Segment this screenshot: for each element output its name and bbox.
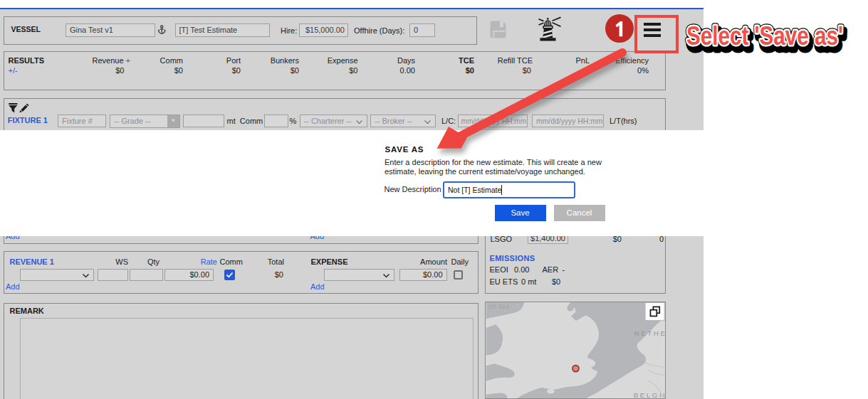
svg-text:Select 'Save as': Select 'Save as' <box>686 21 843 50</box>
svg-text:BELGIU: BELGIU <box>634 391 666 399</box>
svg-text:NETHER: NETHER <box>634 329 666 337</box>
svg-text:ish Sea: ish Sea <box>488 303 510 310</box>
